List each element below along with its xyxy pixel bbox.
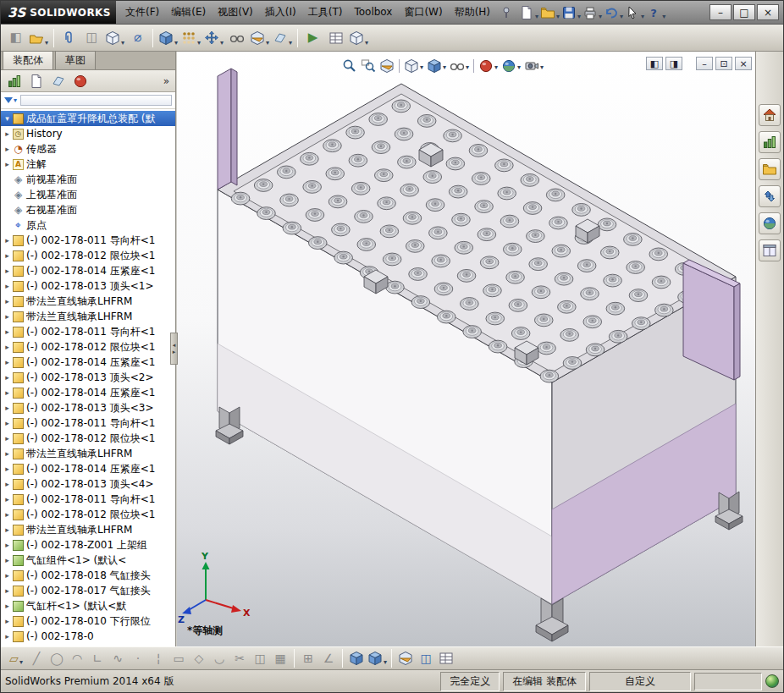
expand-arrow-icon[interactable]: ▸ — [3, 358, 12, 366]
pane-right-button[interactable]: ◨ — [665, 57, 682, 70]
open-document-icon[interactable]: ▾ — [539, 3, 560, 23]
doc-close-button[interactable]: × — [735, 57, 752, 70]
open-with-icon[interactable]: ▾ — [27, 26, 50, 49]
file-explorer-icon[interactable] — [759, 158, 781, 180]
tree-item[interactable]: ▸带法兰直线轴承LHFRM — [1, 309, 175, 324]
menu-pin-icon[interactable] — [496, 3, 516, 23]
minimize-button[interactable]: – — [709, 4, 732, 20]
expand-arrow-icon[interactable]: ▸ — [3, 632, 12, 641]
tree-item[interactable]: ▸(-) 002-178-017 气缸接头 — [1, 583, 175, 598]
tree-item[interactable]: ▸◷History — [1, 126, 175, 141]
section-view-icon[interactable] — [378, 58, 395, 74]
display-style-icon[interactable]: ▾ — [426, 58, 447, 74]
display-mode-icon[interactable]: ▾ — [367, 648, 388, 668]
tree-item[interactable]: ▸(-) 002-178-013 顶头<1> — [1, 278, 175, 294]
new-document-icon[interactable]: ▾ — [518, 3, 539, 23]
filter-input[interactable] — [20, 95, 172, 106]
expand-arrow-icon[interactable]: ▸ — [3, 129, 12, 138]
insert-component-icon[interactable]: ▾ — [157, 26, 179, 49]
display-manager-tab[interactable] — [71, 72, 90, 91]
menu-item-4[interactable]: 工具(T) — [302, 1, 349, 24]
angle-snap-icon[interactable]: ∠ — [318, 648, 339, 668]
doc-restore-button[interactable]: ⊡ — [715, 57, 732, 70]
expand-arrow-icon[interactable]: ▸ — [3, 251, 12, 260]
close-button[interactable]: × — [757, 4, 779, 20]
maximize-button[interactable]: □ — [733, 4, 755, 20]
doc-minimize-button[interactable]: – — [696, 57, 713, 70]
expand-arrow-icon[interactable]: ▸ — [3, 343, 12, 351]
tree-item[interactable]: ▸气缸杆<1> (默认<默 — [1, 598, 175, 613]
expand-arrow-icon[interactable]: ▸ — [3, 145, 12, 153]
tree-item[interactable]: ▸(-) 002-178-012 限位块<1 — [1, 339, 175, 355]
expand-arrow-icon[interactable]: ▸ — [3, 419, 12, 427]
status-custom-toolbar[interactable]: 自定义 — [589, 672, 691, 691]
design-library-icon[interactable] — [759, 131, 781, 153]
undo-icon[interactable]: ▾ — [603, 3, 624, 23]
shaded-view-icon[interactable] — [346, 648, 367, 668]
component-preview-icon[interactable]: ◫ — [80, 26, 103, 49]
expand-arrow-icon[interactable]: ▸ — [3, 404, 12, 412]
tree-item[interactable]: ▸(-) 002-178-012 限位块<1 — [1, 507, 175, 522]
expand-arrow-icon[interactable]: ▸ — [3, 236, 12, 245]
appearances-icon[interactable] — [759, 212, 781, 234]
section-tool-icon[interactable] — [395, 648, 416, 668]
tree-item[interactable]: ⌖原点 — [1, 217, 175, 233]
configuration-manager-tab[interactable] — [49, 72, 68, 91]
expand-arrow-icon[interactable]: ▾ — [3, 114, 12, 123]
arc-icon[interactable]: ◠ — [67, 648, 87, 668]
reference-geometry-icon[interactable]: ▾ — [271, 26, 294, 49]
expand-arrow-icon[interactable]: ▸ — [3, 571, 12, 580]
tree-item[interactable]: ▸(-) 002-178-013 顶头<3> — [1, 400, 175, 415]
expand-arrow-icon[interactable]: ▸ — [3, 327, 12, 336]
tree-item[interactable]: ▸带法兰直线轴承LHFRM — [1, 446, 175, 461]
trim-icon[interactable]: ✂ — [229, 648, 250, 668]
expand-arrow-icon[interactable]: ▸ — [3, 495, 12, 503]
tree-item[interactable]: ▸(-) 002-178-014 压紧座<1 — [1, 355, 175, 370]
graphics-area[interactable]: Y X Z ▾▾▾▾▾▾ ◧◨–⊡× *等轴测 — [177, 52, 757, 646]
insert-items-icon[interactable]: ▾ — [103, 26, 126, 49]
tree-item[interactable]: ▸(-) 002-178-012 限位块<1 — [1, 248, 175, 263]
panel-overflow-chevron[interactable]: » — [163, 75, 171, 87]
view-settings-icon[interactable]: ▾ — [523, 58, 544, 74]
fillet-icon[interactable]: ◡ — [209, 648, 229, 668]
linear-pattern-icon[interactable]: ▾ — [179, 26, 202, 49]
property-manager-tab[interactable] — [27, 72, 46, 91]
menu-item-1[interactable]: 编辑(E) — [165, 1, 212, 24]
show-hidden-components-icon[interactable] — [225, 26, 248, 49]
tree-item[interactable]: ▸A注解 — [1, 157, 175, 172]
tree-item[interactable]: ▸(-) 002-178-012 限位块<1 — [1, 431, 175, 446]
tree-item[interactable]: ◈右视基准面 — [1, 202, 175, 217]
exploded-view-icon[interactable]: ▾ — [347, 26, 370, 49]
tree-item[interactable]: ▾成品缸盖罩升降机总装配 (默 — [1, 111, 175, 126]
menu-item-6[interactable]: 窗口(W) — [398, 1, 448, 24]
expand-arrow-icon[interactable]: ▸ — [3, 434, 12, 443]
expand-arrow-icon[interactable]: ▸ — [3, 282, 12, 290]
zoom-fit-icon[interactable] — [341, 58, 358, 74]
tree-item[interactable]: ▸(-) 002-178-018 气缸接头 — [1, 568, 175, 583]
menu-item-7[interactable]: 帮助(H) — [449, 1, 496, 24]
zoom-area-icon[interactable] — [360, 58, 377, 74]
expand-arrow-icon[interactable]: ▸ — [3, 388, 12, 397]
mate-icon[interactable] — [58, 26, 80, 49]
tree-item[interactable]: ▸(-) 002-178-010 下行限位 — [1, 613, 175, 629]
menu-item-2[interactable]: 视图(V) — [212, 1, 259, 24]
tab-assembly[interactable]: 装配体 — [3, 51, 53, 69]
bom-table-icon[interactable] — [324, 26, 347, 49]
expand-arrow-icon[interactable]: ▸ — [3, 525, 12, 534]
tree-item[interactable]: ▸◔传感器 — [1, 141, 175, 157]
status-globe-icon[interactable] — [765, 674, 779, 688]
tree-item[interactable]: ▸(-) 002-178-011 导向杆<1 — [1, 415, 175, 431]
edit-appearance-icon[interactable]: ▾ — [478, 58, 499, 74]
grid-icon[interactable]: ⊞ — [298, 648, 318, 668]
tree-item[interactable]: ◈上视基准面 — [1, 187, 175, 202]
tree-item[interactable]: ▸(-) 002-178-011 导向杆<1 — [1, 324, 175, 339]
tree-item[interactable]: ▸(-) 002-178-013 顶头<2> — [1, 370, 175, 385]
line-icon[interactable]: ╱ — [26, 648, 47, 668]
menu-item-0[interactable]: 文件(F) — [119, 1, 165, 24]
tree-item[interactable]: ▸带法兰直线轴承LHFRM — [1, 294, 175, 309]
pane-left-button[interactable]: ◧ — [646, 57, 663, 70]
expand-arrow-icon[interactable]: ▸ — [3, 465, 12, 473]
expand-arrow-icon[interactable]: ▸ — [3, 297, 12, 305]
expand-arrow-icon[interactable]: ▸ — [3, 160, 12, 168]
model-3d-view[interactable]: Y X Z — [177, 52, 757, 646]
